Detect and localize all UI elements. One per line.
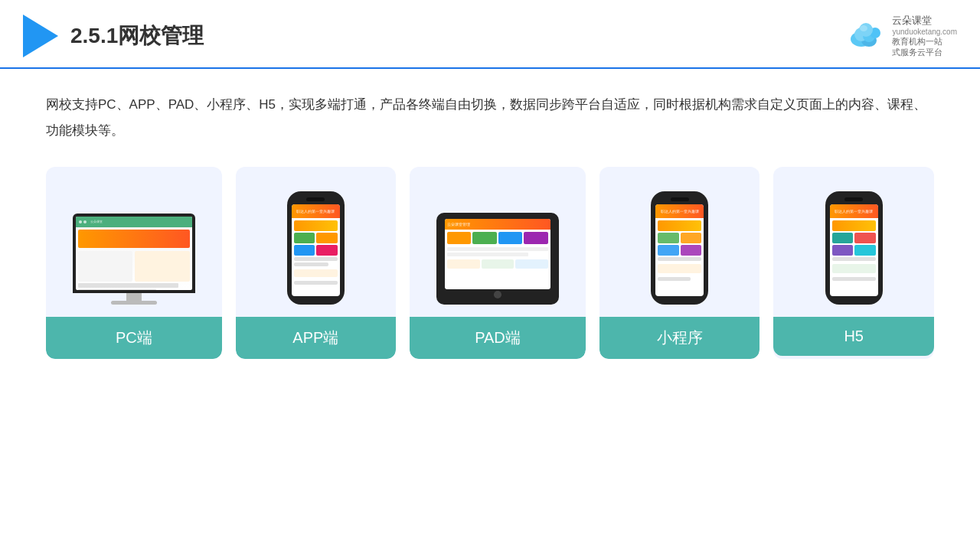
pad-device: 云朵课堂管理	[429, 182, 567, 305]
page-title: 2.5.1网校管理	[70, 21, 204, 51]
brand-logo: 云朵课堂 yunduoketang.com 教育机构一站式服务云平台	[846, 14, 957, 58]
pc-label: PC端	[46, 317, 222, 359]
brand-text: 云朵课堂 yunduoketang.com 教育机构一站式服务云平台	[892, 14, 957, 58]
cloud-icon	[846, 22, 886, 50]
miniprogram-label: 小程序	[599, 317, 760, 359]
pad-tablet: 云朵课堂管理	[436, 213, 559, 305]
pad-card: 云朵课堂管理	[410, 167, 586, 359]
h5-device: 职达人的第一堂兴趣课	[785, 182, 923, 305]
miniprogram-card: 职达人的第一堂兴趣课	[599, 167, 760, 359]
h5-phone: 职达人的第一堂兴趣课	[825, 191, 883, 305]
cards-row: 云朵课堂	[46, 167, 934, 359]
miniprogram-device: 职达人的第一堂兴趣课	[611, 182, 749, 305]
header-left: 2.5.1网校管理	[23, 15, 204, 57]
h5-label: H5	[773, 317, 934, 356]
brand-url: yunduoketang.com	[892, 28, 957, 36]
logo-triangle-icon	[23, 15, 58, 57]
app-card: 职达人的第一堂兴趣课	[236, 167, 397, 359]
miniprogram-phone: 职达人的第一堂兴趣课	[651, 191, 708, 305]
brand-tagline: 教育机构一站式服务云平台	[892, 36, 942, 58]
h5-card: 职达人的第一堂兴趣课	[773, 167, 934, 359]
main-content: 网校支持PC、APP、PAD、小程序、H5，实现多端打通，产品各终端自由切换，数…	[0, 69, 980, 374]
svg-point-6	[860, 25, 867, 31]
header: 2.5.1网校管理 云朵课堂 yunduoketang.com 教育机构一站式服…	[0, 0, 980, 69]
description-text: 网校支持PC、APP、PAD、小程序、H5，实现多端打通，产品各终端自由切换，数…	[46, 92, 934, 144]
app-label: APP端	[236, 317, 397, 359]
pc-device: 云朵课堂	[65, 182, 203, 305]
brand-name: 云朵课堂	[892, 14, 932, 28]
pad-label: PAD端	[410, 317, 586, 359]
pc-monitor: 云朵课堂	[73, 214, 195, 305]
app-phone: 职达人的第一堂兴趣课	[287, 191, 345, 305]
pc-card: 云朵课堂	[46, 167, 222, 359]
app-device: 职达人的第一堂兴趣课	[247, 182, 384, 305]
